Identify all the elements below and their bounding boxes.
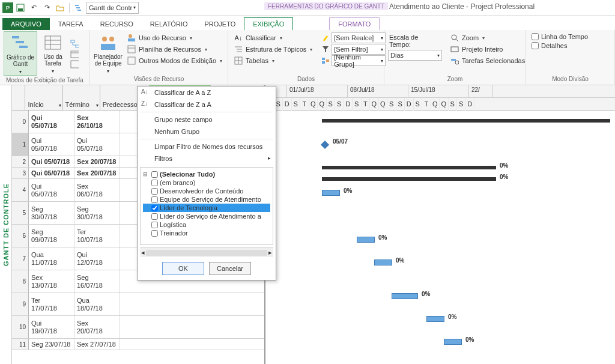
team-planner-button[interactable]: Planejador de Equipe▾ (94, 31, 123, 74)
cell-termino[interactable]: Sex26/10/18 (74, 111, 120, 133)
timescale-dropdown[interactable]: Dias▾ (388, 50, 442, 61)
more-icon[interactable] (68, 59, 80, 69)
row-header[interactable]: 7 (12, 247, 29, 270)
row-header[interactable]: 0 (12, 111, 29, 133)
gantt-mini-icon[interactable] (73, 2, 85, 14)
cell-termino[interactable]: Sex 20/07/18 (74, 156, 120, 167)
gantt-chart-button[interactable]: Gráfico de Gantt▾ (4, 31, 37, 76)
cell-termino[interactable]: Seg30/07/18 (74, 202, 120, 224)
row-header[interactable]: 2 (12, 156, 29, 167)
cell-inicio[interactable]: Qui05/07/18 (29, 111, 74, 133)
summary-bar[interactable] (322, 166, 496, 169)
resource-sheet-button[interactable]: Planilha de Recursos▾ (125, 44, 224, 55)
horizontal-scrollbar[interactable]: ◂▸ (140, 247, 273, 257)
tab-arquivo[interactable]: ARQUIVO (2, 18, 50, 30)
folder-icon[interactable] (54, 2, 66, 14)
row-header[interactable]: 11 (12, 339, 29, 350)
view-dropdown[interactable]: Gantt de Contr▾ (86, 2, 139, 14)
tab-formato[interactable]: FORMATO (329, 17, 380, 30)
table-row[interactable]: 11Seg 23/07/18Sex 27/07/18 (12, 339, 264, 350)
view-tab-vertical[interactable]: GANTT DE CONTROLE (0, 85, 12, 364)
outline-button[interactable]: Estrutura de Tópicos▾ (232, 44, 314, 55)
network-icon[interactable] (68, 39, 80, 49)
tab-tarefa[interactable]: TAREFA (50, 18, 92, 30)
cancel-button[interactable]: Cancelar (209, 262, 251, 275)
task-bar[interactable] (357, 237, 375, 243)
row-header[interactable]: 4 (12, 179, 29, 201)
timeline-checkbox[interactable]: Linha do Tempo (530, 32, 590, 41)
tables-button[interactable]: Tabelas▾ (232, 55, 314, 66)
cell-inicio[interactable]: Seg30/07/18 (29, 202, 74, 224)
zoom-button[interactable]: Zoom▾ (448, 32, 527, 43)
tab-exibicao[interactable]: EXIBIÇÃO (244, 17, 293, 30)
filter-item[interactable]: Logística (143, 220, 270, 229)
row-header[interactable]: 1 (12, 133, 29, 156)
cell-inicio[interactable]: Ter17/07/18 (29, 293, 74, 315)
cell-inicio[interactable]: Qui05/07/18 (29, 133, 74, 156)
row-header[interactable]: 6 (12, 225, 29, 247)
ok-button[interactable]: OK (162, 262, 204, 275)
cell-termino[interactable]: Sex06/07/18 (74, 179, 120, 201)
cell-inicio[interactable]: Qui05/07/18 (29, 179, 74, 201)
row-header[interactable]: 5 (12, 202, 29, 224)
sort-za[interactable]: Z↓Classificar de Z a A (138, 99, 276, 111)
row-header[interactable]: 9 (12, 293, 29, 315)
col-termino[interactable]: Término▾ (63, 85, 100, 110)
tab-relatorio[interactable]: RELATÓRIO (142, 18, 196, 30)
filter-tree[interactable]: ⊟(Selecionar Tudo)(em branco)Desenvolved… (140, 167, 273, 245)
summary-bar[interactable] (322, 119, 610, 123)
filter-item[interactable]: Desenvolvedor de Conteúdo (143, 187, 270, 195)
cell-termino[interactable]: Qui12/07/18 (74, 247, 120, 270)
cell-termino[interactable]: Ter10/07/18 (74, 225, 120, 247)
filter-item[interactable]: Treinador (143, 229, 270, 237)
details-checkbox[interactable]: Detalhes (530, 41, 590, 50)
filter-item[interactable]: Líder do Serviço de Atendimento a (143, 212, 270, 220)
task-bar[interactable] (322, 190, 340, 196)
task-bar[interactable] (392, 293, 418, 299)
row-header[interactable]: 8 (12, 270, 29, 293)
cell-termino[interactable]: Sex 20/07/18 (74, 168, 120, 178)
filter-item[interactable]: Líder de Tecnologia (143, 204, 270, 212)
filter-item[interactable]: (em branco) (143, 178, 270, 187)
resource-usage-button[interactable]: Uso do Recurso▾ (125, 32, 224, 43)
entire-project-button[interactable]: Projeto Inteiro (448, 44, 527, 55)
group-field[interactable]: Grupo neste campo (138, 114, 276, 126)
cell-inicio[interactable]: Sex13/07/18 (29, 270, 74, 293)
cell-termino[interactable]: Sex20/07/18 (74, 316, 120, 338)
summary-bar[interactable] (322, 177, 496, 181)
row-header[interactable]: 10 (12, 316, 29, 338)
save-icon[interactable] (14, 2, 26, 14)
group-dropdown[interactable]: [Nenhum Grupo]▾ (332, 55, 386, 66)
cell-termino[interactable]: Seg16/07/18 (74, 270, 120, 293)
tab-projeto[interactable]: PROJETO (196, 18, 244, 30)
cell-inicio[interactable]: Qui 05/07/18 (29, 168, 74, 178)
cell-inicio[interactable]: Qui 05/07/18 (29, 156, 74, 167)
tab-recurso[interactable]: RECURSO (92, 18, 142, 30)
row-header[interactable]: 3 (12, 168, 29, 178)
task-usage-button[interactable]: Uso da Tarefa▾ (40, 31, 66, 76)
undo-icon[interactable]: ↶ (28, 2, 40, 14)
table-row[interactable]: 9Ter17/07/18Qua18/07/18 (12, 293, 264, 316)
calendar-icon[interactable] (68, 49, 80, 59)
sort-az[interactable]: A↓Classificar de A a Z (138, 86, 276, 99)
redo-icon[interactable]: ↷ (41, 2, 53, 14)
table-row[interactable]: 10Qui19/07/18Sex20/07/18 (12, 316, 264, 339)
cell-termino[interactable]: Sex 27/07/18 (74, 339, 120, 350)
task-bar[interactable] (444, 339, 462, 345)
task-bar[interactable] (374, 259, 392, 265)
col-inicio[interactable]: Início▾ (25, 85, 62, 110)
cell-termino[interactable]: Qua18/07/18 (74, 293, 120, 315)
task-bar[interactable] (426, 316, 444, 322)
cell-inicio[interactable]: Seg09/07/18 (29, 225, 74, 247)
sort-button[interactable]: A↓Classificar▾ (232, 32, 314, 43)
cell-termino[interactable]: Qui05/07/18 (74, 133, 120, 156)
cell-inicio[interactable]: Qui19/07/18 (29, 316, 74, 338)
filter-item[interactable]: Equipe do Serviço de Atendimento (143, 195, 270, 204)
highlight-dropdown[interactable]: [Sem Realce]▾ (332, 32, 386, 43)
cell-inicio[interactable]: Qua11/07/18 (29, 247, 74, 270)
other-views-button[interactable]: Outros Modos de Exibição▾ (125, 55, 224, 66)
filter-item[interactable]: ⊟(Selecionar Tudo) (143, 170, 270, 178)
selected-tasks-button[interactable]: Tarefas Selecionadas (448, 55, 527, 66)
milestone[interactable] (321, 141, 329, 149)
cell-inicio[interactable]: Seg 23/07/18 (29, 339, 74, 350)
